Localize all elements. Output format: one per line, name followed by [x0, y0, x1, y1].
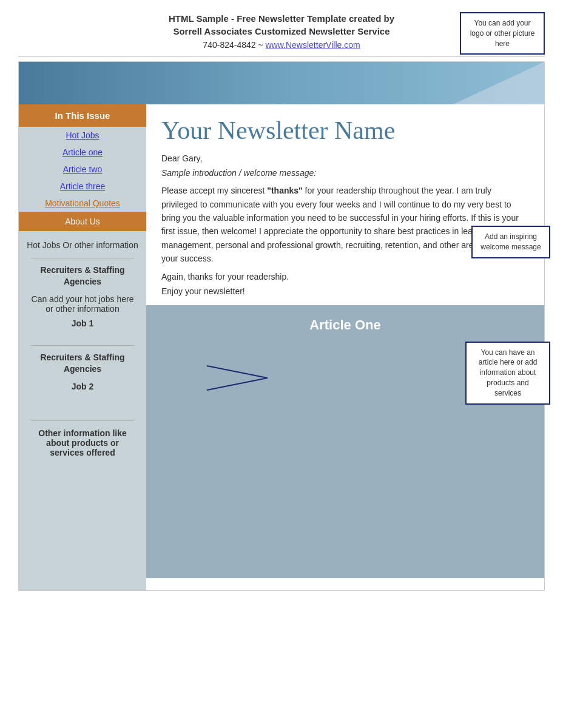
- article-arrow-svg: [195, 360, 304, 396]
- welcome-annotation-box: Add an inspiring welcome message: [471, 226, 550, 258]
- logo-annotation-box: You can add your logo or other picture h…: [460, 12, 545, 55]
- sidebar-hot-jobs-title: Hot Jobs Or other information: [25, 236, 140, 255]
- sidebar-hot-jobs-section: Hot Jobs Or other information Recruiters…: [19, 231, 146, 467]
- sidebar-recruiters-2: Recruiters & Staffing Agencies: [25, 348, 140, 379]
- sidebar-item-motivational[interactable]: Motivational Quotes: [19, 195, 146, 212]
- header-divider: [18, 56, 545, 56]
- body-bold: "thanks": [267, 186, 302, 195]
- sidebar-item-article-two[interactable]: Article two: [19, 161, 146, 178]
- header: HTML Sample - Free Newsletter Template c…: [18, 12, 545, 50]
- newsletter-container: In This Issue Hot Jobs Article one Artic…: [18, 61, 545, 591]
- sidebar-other-info: Other information like about products or…: [25, 423, 140, 462]
- blue-banner: [19, 62, 544, 104]
- newsletter-name: Your Newsletter Name: [161, 116, 529, 144]
- main-content: Your Newsletter Name Dear Gary, Sample i…: [146, 104, 544, 590]
- header-phone: 740-824-4842 ~: [203, 40, 265, 50]
- sidebar-divider-2: [31, 345, 134, 346]
- banner-decoration: [362, 62, 544, 104]
- sidebar-in-this-issue: In This Issue: [19, 104, 146, 127]
- article-annotation-box: You can have an article here or add info…: [465, 342, 550, 405]
- sidebar-hot-jobs-desc: Can add your hot jobs here or other info…: [25, 292, 140, 316]
- sidebar-recruiters-1: Recruiters & Staffing Agencies: [25, 261, 140, 292]
- body-text-2: for your readership throughout the year.…: [161, 186, 519, 263]
- sidebar-divider-3: [31, 420, 134, 421]
- svg-marker-2: [453, 62, 544, 104]
- logo-annotation-text: You can add your logo or other picture h…: [470, 19, 535, 48]
- intro-italic: Sample introduction / welcome message:: [161, 168, 529, 178]
- sidebar-divider-1: [31, 258, 134, 258]
- content-area: In This Issue Hot Jobs Article one Artic…: [19, 104, 544, 590]
- sidebar-spacer-2: [25, 394, 140, 406]
- welcome-annotation-text: Add an inspiring welcome message: [480, 232, 541, 251]
- article-one-title: Article One: [158, 317, 532, 333]
- article-one-section: Article One You can have an article here…: [146, 305, 544, 578]
- body-text-1: Please accept my sincerest: [161, 186, 267, 195]
- header-website-link[interactable]: www.NewsletterVille.com: [266, 40, 360, 50]
- thanks-line: Again, thanks for your readership.: [161, 272, 529, 281]
- sidebar-item-hot-jobs[interactable]: Hot Jobs: [19, 127, 146, 144]
- sidebar-spacer-1: [25, 331, 140, 343]
- sidebar-item-article-one[interactable]: Article one: [19, 144, 146, 161]
- sidebar-about-us: About Us: [19, 212, 146, 231]
- sidebar-job2: Job 2: [25, 379, 140, 394]
- dear-line: Dear Gary,: [161, 153, 529, 163]
- page-wrapper: HTML Sample - Free Newsletter Template c…: [0, 0, 563, 728]
- enjoy-line: Enjoy your newsletter!: [161, 286, 529, 296]
- sidebar-item-article-three[interactable]: Article three: [19, 178, 146, 195]
- article-annotation-text: You can have an article here or add info…: [479, 348, 538, 397]
- sidebar: In This Issue Hot Jobs Article one Artic…: [19, 104, 146, 590]
- sidebar-job1: Job 1: [25, 316, 140, 331]
- sidebar-spacer-3: [25, 406, 140, 418]
